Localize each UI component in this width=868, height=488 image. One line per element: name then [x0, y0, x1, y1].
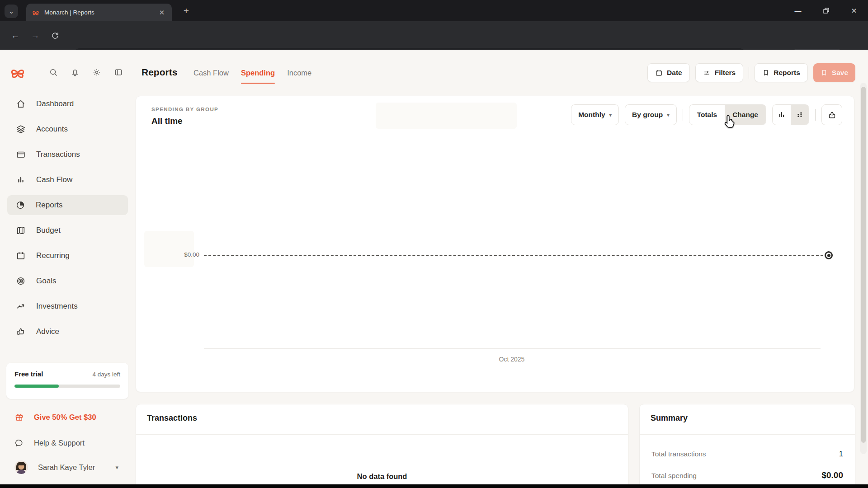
tab-spending[interactable]: Spending — [241, 69, 275, 83]
bar-chart-icon — [16, 175, 26, 185]
free-trial-title: Free trial — [14, 370, 43, 378]
filter-lines-icon — [703, 69, 711, 77]
summary-row-value: $0.00 — [821, 470, 843, 480]
sidebar-item-advice[interactable]: Advice — [0, 319, 128, 344]
no-data-message: No data found — [136, 472, 628, 481]
calendar-icon — [16, 251, 26, 261]
divider — [136, 434, 628, 435]
export-button[interactable] — [821, 104, 842, 125]
zero-dashed-line — [204, 255, 823, 256]
sidebar-item-label: Advice — [36, 327, 59, 336]
forward-button[interactable]: → — [29, 29, 42, 42]
save-button-label: Save — [832, 69, 848, 77]
mouse-cursor-hand — [722, 113, 739, 130]
sidebar-item-cash-flow[interactable]: Cash Flow — [0, 167, 128, 192]
browser-tab[interactable]: Monarch | Reports ✕ — [26, 4, 172, 21]
chat-icon — [14, 438, 24, 448]
trend-up-icon — [16, 301, 26, 311]
chevron-down-icon: ▾ — [609, 112, 612, 118]
summary-row-total-transactions: Total transactions 1 — [651, 450, 843, 458]
sidebar-item-accounts[interactable]: Accounts — [0, 117, 128, 142]
divider — [683, 109, 683, 121]
tab-title: Monarch | Reports — [44, 9, 157, 16]
header-actions: Date Filters Reports Save — [647, 63, 855, 82]
x-axis-tick-label: Oct 2025 — [485, 356, 539, 363]
tab-cash-flow[interactable]: Cash Flow — [193, 69, 229, 83]
sidebar-item-investments[interactable]: Investments — [0, 294, 128, 319]
notifications-bell-icon[interactable] — [71, 68, 80, 77]
transactions-panel: Transactions No data found — [136, 404, 628, 488]
sidebar-item-label: Cash Flow — [36, 175, 72, 184]
free-trial-days-left: 4 days left — [92, 371, 120, 378]
grouped-bars-chart-icon[interactable] — [773, 105, 791, 125]
back-button[interactable]: ← — [9, 29, 22, 42]
sidebar-item-label: Reports — [36, 201, 63, 210]
window-minimize-button[interactable]: — — [784, 0, 812, 21]
timeframe-select[interactable]: Monthly ▾ — [571, 104, 619, 125]
reload-button[interactable] — [49, 29, 61, 42]
reports-button[interactable]: Reports — [755, 63, 808, 82]
filters-button[interactable]: Filters — [695, 63, 744, 82]
screen-edge — [0, 484, 868, 488]
tab-close-icon[interactable]: ✕ — [157, 8, 166, 17]
sidebar-item-label: Accounts — [36, 125, 68, 134]
sidebar-item-goals[interactable]: Goals — [0, 268, 128, 294]
share-icon — [828, 111, 836, 119]
help-support-link[interactable]: Help & Support — [0, 433, 128, 453]
x-axis-line — [204, 348, 821, 349]
window-close-button[interactable]: ✕ — [840, 0, 868, 21]
new-tab-button[interactable]: + — [180, 5, 193, 17]
search-icon[interactable] — [49, 68, 58, 77]
groupby-select[interactable]: By group ▾ — [625, 104, 677, 125]
browser-toolbar: ← → app.monarchmoney.com/reports/spendin… — [0, 21, 868, 50]
timeframe-select-value: Monthly — [578, 111, 605, 119]
sidebar-nav: Dashboard Accounts Transactions Cash Flo… — [0, 91, 128, 344]
chart-end-marker[interactable] — [825, 251, 833, 259]
date-button-label: Date — [667, 69, 682, 77]
filters-button-label: Filters — [715, 69, 736, 77]
monarch-logo-icon[interactable] — [9, 64, 26, 81]
page-scrollbar[interactable] — [860, 83, 867, 454]
sidebar-item-label: Investments — [36, 302, 78, 311]
target-icon — [16, 276, 26, 286]
sidebar-item-label: Transactions — [36, 150, 80, 159]
bookmark-icon — [821, 69, 828, 76]
referral-label: Give 50% Get $30 — [34, 413, 96, 422]
sidebar-item-dashboard[interactable]: Dashboard — [0, 91, 128, 117]
gift-icon — [14, 413, 24, 422]
divider — [749, 67, 749, 79]
tab-income[interactable]: Income — [287, 69, 311, 83]
thumbs-up-icon — [16, 327, 26, 337]
summary-title: Summary — [651, 413, 688, 423]
sidebar-item-recurring[interactable]: Recurring — [0, 243, 128, 268]
page-title: Reports — [142, 67, 177, 78]
stacked-bars-chart-icon[interactable] — [791, 105, 809, 125]
sidebar-item-transactions[interactable]: Transactions — [0, 142, 128, 167]
chevron-down-icon: ▾ — [115, 464, 118, 471]
sidebar-item-reports[interactable]: Reports — [7, 195, 128, 215]
summary-row-total-spending: Total spending $0.00 — [651, 470, 843, 480]
loading-skeleton — [376, 103, 517, 129]
scrollbar-thumb[interactable] — [861, 87, 866, 443]
free-trial-progress-fill — [14, 385, 59, 388]
user-menu[interactable]: Sarah Kaye Tyler ▾ — [0, 457, 128, 477]
summary-row-value: 1 — [839, 450, 843, 458]
spending-chart-card: SPENDING BY GROUP All time Monthly ▾ By … — [136, 96, 854, 392]
browser-tabstrip: ⌄ Monarch | Reports ✕ + — ✕ — [0, 0, 868, 21]
window-restore-button[interactable] — [812, 0, 840, 21]
user-name: Sarah Kaye Tyler — [38, 463, 95, 472]
date-button[interactable]: Date — [647, 63, 690, 82]
monarch-favicon — [32, 9, 40, 17]
settings-gear-icon[interactable] — [92, 68, 101, 77]
segment-totals[interactable]: Totals — [689, 105, 725, 125]
pie-chart-icon — [15, 200, 25, 210]
referral-link[interactable]: Give 50% Get $30 — [0, 407, 128, 427]
sidebar: Dashboard Accounts Transactions Cash Flo… — [0, 50, 128, 488]
tab-search-button[interactable]: ⌄ — [5, 5, 18, 18]
save-button[interactable]: Save — [813, 63, 855, 82]
bookmark-icon — [762, 69, 769, 76]
sidebar-toggle-icon[interactable] — [114, 68, 123, 77]
sidebar-item-budget[interactable]: Budget — [0, 218, 128, 243]
layers-icon — [16, 124, 26, 134]
avatar — [14, 460, 28, 474]
